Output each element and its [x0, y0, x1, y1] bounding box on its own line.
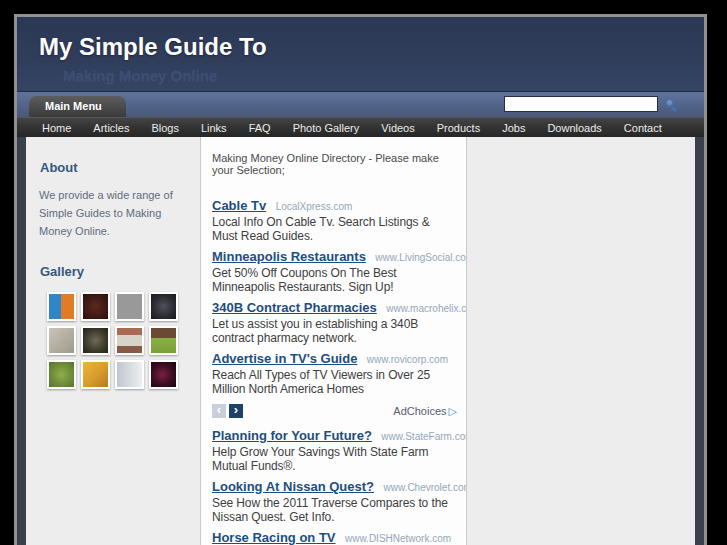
about-text: We provide a wide range of Simple Guides…	[39, 186, 188, 240]
ad-listing: Horse Racing on TV www.DISHNetwork.com U…	[212, 529, 457, 545]
gallery-thumbnail[interactable]	[47, 360, 76, 389]
ad-listing: Cable Tv LocalXpress.com Local Info On C…	[212, 197, 457, 243]
nav-item-downloads[interactable]: Downloads	[536, 118, 612, 138]
about-heading: About	[40, 160, 200, 175]
ad-display-url: www.LivingSocial.com	[375, 252, 467, 263]
ad-listing: Minneapolis Restaurants www.LivingSocial…	[212, 248, 457, 294]
ad-description: Help Grow Your Savings With State Farm M…	[212, 445, 457, 473]
menu-strip: Main Menu	[17, 92, 704, 117]
ad-title-link[interactable]: 340B Contract Pharmacies	[212, 300, 377, 315]
ad-display-url: www.Chevrolet.com/Traverse	[383, 482, 467, 493]
ad-pager: ‹ › AdChoices▷	[212, 404, 457, 418]
adchoices-link[interactable]: AdChoices▷	[393, 405, 457, 418]
adchoices-label: AdChoices	[393, 405, 446, 417]
nav-item-articles[interactable]: Articles	[82, 118, 140, 138]
ad-title-link[interactable]: Planning for Your Future?	[212, 428, 372, 443]
site-frame: My Simple Guide To Making Money Online M…	[14, 14, 707, 545]
sidebar: About We provide a wide range of Simple …	[26, 137, 200, 545]
gallery-thumbnail[interactable]	[115, 292, 144, 321]
ad-display-url: www.macrohelix.com	[386, 303, 467, 314]
ad-display-url: LocalXpress.com	[276, 201, 353, 212]
gallery-thumbnail[interactable]	[81, 292, 110, 321]
gallery-thumbnail[interactable]	[149, 292, 178, 321]
ad-title-link[interactable]: Looking At Nissan Quest?	[212, 479, 374, 494]
gallery-thumbnail[interactable]	[115, 326, 144, 355]
nav-item-products[interactable]: Products	[426, 118, 491, 138]
nav-item-jobs[interactable]: Jobs	[491, 118, 536, 138]
nav-item-photo-gallery[interactable]: Photo Gallery	[282, 118, 371, 138]
search-icon-handle	[671, 106, 677, 112]
nav-item-contact[interactable]: Contact	[613, 118, 673, 138]
ad-display-url: www.DISHNetwork.com	[345, 533, 451, 544]
gallery-thumbnail[interactable]	[47, 326, 76, 355]
ad-title-link[interactable]: Cable Tv	[212, 198, 266, 213]
ad-description: Reach All Types of TV Viewers in Over 25…	[212, 368, 457, 396]
ad-description: Let us assist you in establishing a 340B…	[212, 317, 457, 345]
right-column	[467, 137, 695, 545]
gallery-thumbnail[interactable]	[149, 326, 178, 355]
nav-item-videos[interactable]: Videos	[370, 118, 425, 138]
ads-prev-button[interactable]: ‹	[212, 404, 226, 418]
search-icon[interactable]	[664, 97, 679, 112]
main-navigation: Home Articles Blogs Links FAQ Photo Gall…	[17, 117, 704, 137]
ad-display-url: www.rovicorp.com	[367, 354, 448, 365]
nav-item-blogs[interactable]: Blogs	[140, 118, 190, 138]
ad-listing: Advertise in TV's Guide www.rovicorp.com…	[212, 350, 457, 396]
gallery-thumbnail[interactable]	[149, 360, 178, 389]
main-column: Making Money Online Directory - Please m…	[200, 137, 467, 545]
adchoices-icon: ▷	[449, 405, 457, 417]
gallery-thumbnail[interactable]	[81, 326, 110, 355]
ad-listing: Looking At Nissan Quest? www.Chevrolet.c…	[212, 478, 457, 524]
search-input[interactable]	[504, 96, 658, 112]
ad-description: Local Info On Cable Tv. Search Listings …	[212, 215, 457, 243]
ad-description: Get 50% Off Coupons On The Best Minneapo…	[212, 266, 457, 294]
gallery-thumbnail[interactable]	[47, 292, 76, 321]
site-subtitle: Making Money Online	[63, 67, 217, 84]
gallery-heading: Gallery	[40, 264, 200, 279]
gallery-thumbnail[interactable]	[81, 360, 110, 389]
ad-title-link[interactable]: Minneapolis Restaurants	[212, 249, 366, 264]
ads-next-button[interactable]: ›	[229, 404, 243, 418]
site-header: My Simple Guide To Making Money Online	[17, 17, 704, 92]
main-menu-tab[interactable]: Main Menu	[29, 96, 126, 117]
nav-item-faq[interactable]: FAQ	[238, 118, 282, 138]
ad-listing: Planning for Your Future? www.StateFarm.…	[212, 427, 457, 473]
content-area: About We provide a wide range of Simple …	[17, 137, 704, 545]
nav-item-home[interactable]: Home	[31, 118, 82, 138]
gallery-grid	[47, 292, 200, 389]
directory-intro: Making Money Online Directory - Please m…	[212, 152, 457, 176]
ad-description: See How the 2011 Traverse Compares to th…	[212, 496, 457, 524]
ad-listing: 340B Contract Pharmacies www.macrohelix.…	[212, 299, 457, 345]
nav-item-links[interactable]: Links	[190, 118, 238, 138]
ad-title-link[interactable]: Horse Racing on TV	[212, 530, 336, 545]
site-title: My Simple Guide To	[39, 33, 267, 61]
gallery-thumbnail[interactable]	[115, 360, 144, 389]
ad-display-url: www.StateFarm.com/MutualF...	[381, 431, 467, 442]
ad-title-link[interactable]: Advertise in TV's Guide	[212, 351, 357, 366]
